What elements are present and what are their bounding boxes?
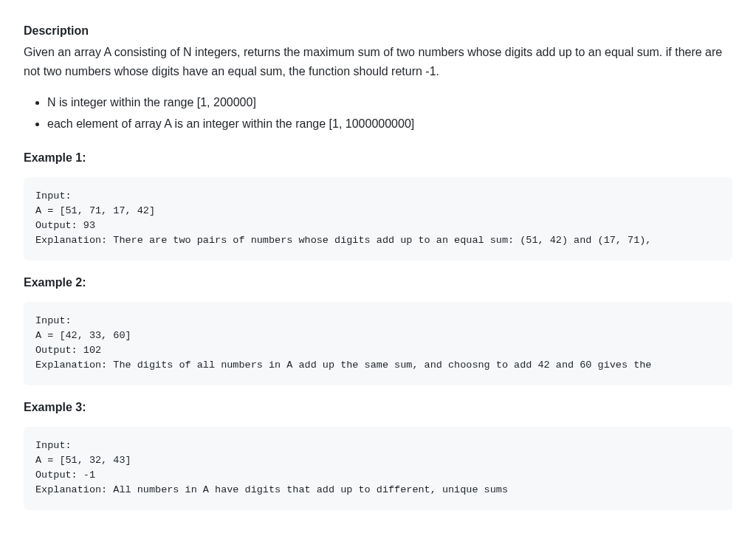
- constraints-list: N is integer within the range [1, 200000…: [24, 92, 732, 134]
- list-item: each element of array A is an integer wi…: [47, 114, 732, 134]
- example-code-block: Input: A = [51, 32, 43] Output: -1 Expla…: [24, 427, 732, 510]
- problem-container: Description Given an array A consisting …: [24, 22, 732, 510]
- example-heading: Example 1:: [24, 149, 732, 167]
- example-heading: Example 2:: [24, 274, 732, 292]
- description-heading: Description: [24, 22, 732, 40]
- example-heading: Example 3:: [24, 399, 732, 416]
- example-code-block: Input: A = [51, 71, 17, 42] Output: 93 E…: [24, 177, 732, 261]
- list-item: N is integer within the range [1, 200000…: [47, 92, 732, 112]
- example-code-block: Input: A = [42, 33, 60] Output: 102 Expl…: [24, 302, 732, 385]
- description-text: Given an array A consisting of N integer…: [24, 43, 732, 80]
